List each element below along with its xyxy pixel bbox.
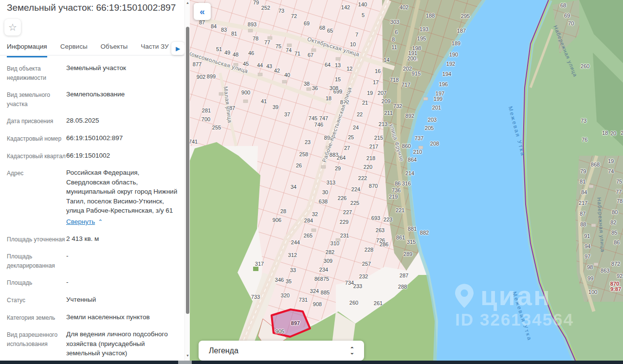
attribute-row: Вид разрешенного использованияДля ведени… bbox=[7, 329, 178, 358]
attribute-label: Площадь декларированная bbox=[7, 251, 66, 270]
attribute-row: Площадь уточненная2 413 кв. м bbox=[7, 234, 178, 244]
collapse-address-link[interactable]: Свернуть bbox=[66, 218, 95, 225]
tabs-divider bbox=[0, 55, 184, 55]
legend-bar[interactable]: Легенда ⌃⌄ bbox=[199, 341, 364, 361]
attribute-value: 66:19:1501002 bbox=[66, 151, 110, 161]
attribute-label: Кадастровый номер bbox=[7, 133, 66, 144]
attribute-row: СтатусУчтенный bbox=[7, 295, 178, 305]
attribute-label: Статус bbox=[7, 295, 66, 305]
legend-expand-icon[interactable]: ⌃⌄ bbox=[350, 347, 354, 354]
chevrons-left-icon: « bbox=[200, 6, 205, 17]
attribute-row: Вид объекта недвижимостиЗемельный участо… bbox=[7, 63, 178, 82]
tab-scroll-next-button[interactable]: ▶ bbox=[171, 42, 184, 55]
chevron-right-icon: ▶ bbox=[176, 45, 180, 52]
attribute-label: Адрес bbox=[7, 168, 66, 226]
attribute-row: Площадь декларированная- bbox=[7, 251, 178, 270]
scroll-up-icon[interactable]: ▲ bbox=[185, 1, 190, 4]
horizontal-scrollbar[interactable] bbox=[0, 361, 623, 364]
attribute-label: Вид земельного участка bbox=[7, 90, 66, 109]
attribute-row: Категория земельЗемли населенных пунктов bbox=[7, 312, 178, 323]
attribute-row: АдресРоссийская Федерация, Свердловская … bbox=[7, 168, 178, 226]
attribute-value: Земельный участок bbox=[66, 63, 126, 82]
page-title: Земельный участок: 66:19:1501002:897 bbox=[7, 2, 177, 13]
attribute-label: Вид разрешенного использования bbox=[7, 329, 66, 358]
horizontal-scrollbar-thumb[interactable] bbox=[178, 361, 192, 364]
scroll-down-icon[interactable]: ▼ bbox=[185, 354, 190, 357]
attribute-row: Площадь- bbox=[7, 277, 178, 288]
scrollbar-thumb[interactable] bbox=[186, 27, 189, 314]
favorite-button[interactable]: ☆ bbox=[4, 19, 21, 36]
attribute-value: Для ведения личного подсобного хозяйства… bbox=[66, 329, 178, 358]
attribute-value: 2 413 кв. м bbox=[66, 234, 99, 244]
panel-collapse-button[interactable]: « bbox=[194, 3, 211, 20]
attribute-row: Кадастровый номер66:19:1501002:897 bbox=[7, 133, 178, 144]
attribute-row: Вид земельного участкаЗемлепользование bbox=[7, 90, 178, 109]
attribute-value: 66:19:1501002:897 bbox=[66, 133, 123, 144]
attribute-label: Дата присвоения bbox=[7, 116, 66, 126]
attribute-value: Российская Федерация, Свердловская облас… bbox=[66, 168, 178, 226]
info-panel: Земельный участок: 66:19:1501002:897 ☆ И… bbox=[0, 0, 190, 361]
attribute-label: Площадь bbox=[7, 277, 66, 288]
map-canvas bbox=[190, 0, 623, 361]
attribute-value: Землепользование bbox=[66, 90, 125, 109]
attributes-list: Вид объекта недвижимостиЗемельный участо… bbox=[7, 63, 178, 361]
attribute-value: Учтенный bbox=[66, 295, 96, 305]
legend-label: Легенда bbox=[209, 346, 350, 355]
star-icon: ☆ bbox=[8, 21, 17, 33]
attribute-label: Кадастровый квартал bbox=[7, 151, 66, 161]
attribute-value: - bbox=[66, 277, 69, 288]
attribute-value: Земли населенных пунктов bbox=[66, 312, 150, 323]
attribute-row: Кадастровый квартал66:19:1501002 bbox=[7, 151, 178, 161]
attribute-label: Площадь уточненная bbox=[7, 234, 66, 244]
cadastral-map-app: Земельный участок: 66:19:1501002:897 ☆ И… bbox=[0, 0, 623, 364]
attribute-label: Категория земель bbox=[7, 312, 66, 323]
attribute-row: Дата присвоения28.05.2025 bbox=[7, 116, 178, 126]
attribute-value: - bbox=[66, 251, 69, 270]
panel-scrollbar[interactable]: ▲ ▼ bbox=[184, 0, 190, 361]
chevron-up-icon: ⌃ bbox=[98, 218, 103, 226]
attribute-label: Вид объекта недвижимости bbox=[7, 63, 66, 82]
attribute-value: 28.05.2025 bbox=[66, 116, 99, 126]
map-area[interactable]: 8784838189379252737269686514214054023036… bbox=[190, 0, 623, 361]
